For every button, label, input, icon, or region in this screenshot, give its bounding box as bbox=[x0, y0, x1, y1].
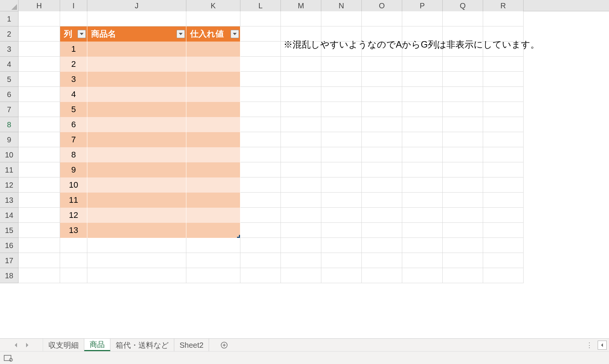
cell-P7[interactable] bbox=[402, 102, 443, 117]
cell-K15[interactable] bbox=[186, 223, 240, 238]
cell-Q13[interactable] bbox=[443, 193, 483, 208]
cell-J18[interactable] bbox=[87, 268, 186, 283]
column-header-Q[interactable]: Q bbox=[443, 0, 483, 11]
row-header-17[interactable]: 17 bbox=[0, 253, 19, 268]
cell-N18[interactable] bbox=[321, 268, 362, 283]
cell-I13[interactable]: 11 bbox=[60, 193, 87, 208]
cell-R6[interactable] bbox=[483, 87, 524, 102]
cell-O14[interactable] bbox=[362, 208, 402, 223]
row-header-13[interactable]: 13 bbox=[0, 193, 19, 208]
cell-J8[interactable] bbox=[87, 117, 186, 132]
cell-P15[interactable] bbox=[402, 223, 443, 238]
cell-J11[interactable] bbox=[87, 162, 186, 177]
cell-O9[interactable] bbox=[362, 132, 402, 147]
cell-N5[interactable] bbox=[321, 72, 362, 87]
cell-Q12[interactable] bbox=[443, 177, 483, 193]
cell-P1[interactable] bbox=[402, 11, 443, 26]
cell-M6[interactable] bbox=[281, 87, 321, 102]
cell-M1[interactable] bbox=[281, 11, 321, 26]
row-header-9[interactable]: 9 bbox=[0, 132, 19, 147]
cell-P12[interactable] bbox=[402, 177, 443, 193]
row-header-5[interactable]: 5 bbox=[0, 72, 19, 87]
cell-M18[interactable] bbox=[281, 268, 321, 283]
cell-N15[interactable] bbox=[321, 223, 362, 238]
cell-J9[interactable] bbox=[87, 132, 186, 147]
cell-L14[interactable] bbox=[240, 208, 281, 223]
cell-R15[interactable] bbox=[483, 223, 524, 238]
cell-J6[interactable] bbox=[87, 87, 186, 102]
row-header-12[interactable]: 12 bbox=[0, 177, 19, 193]
sheet-tab-0[interactable]: 収支明細 bbox=[43, 339, 84, 351]
cell-Q14[interactable] bbox=[443, 208, 483, 223]
filter-dropdown-button[interactable] bbox=[177, 30, 185, 38]
cell-H3[interactable] bbox=[19, 42, 60, 57]
row-header-1[interactable]: 1 bbox=[0, 11, 19, 26]
cell-H13[interactable] bbox=[19, 193, 60, 208]
cell-H17[interactable] bbox=[19, 253, 60, 268]
cell-K18[interactable] bbox=[186, 268, 240, 283]
cell-I8[interactable]: 6 bbox=[60, 117, 87, 132]
cell-L8[interactable] bbox=[240, 117, 281, 132]
cell-M9[interactable] bbox=[281, 132, 321, 147]
column-header-M[interactable]: M bbox=[281, 0, 321, 11]
cell-I5[interactable]: 3 bbox=[60, 72, 87, 87]
cell-J17[interactable] bbox=[87, 253, 186, 268]
cell-L3[interactable] bbox=[240, 42, 281, 57]
cell-N14[interactable] bbox=[321, 208, 362, 223]
sheet-tab-3[interactable]: Sheet2 bbox=[174, 339, 209, 351]
cell-K7[interactable] bbox=[186, 102, 240, 117]
cell-P11[interactable] bbox=[402, 162, 443, 177]
cell-L11[interactable] bbox=[240, 162, 281, 177]
cell-P4[interactable] bbox=[402, 57, 443, 72]
cell-H5[interactable] bbox=[19, 72, 60, 87]
cell-P6[interactable] bbox=[402, 87, 443, 102]
cell-L7[interactable] bbox=[240, 102, 281, 117]
cell-K14[interactable] bbox=[186, 208, 240, 223]
sheet-tab-1[interactable]: 商品 bbox=[84, 339, 110, 351]
cell-J12[interactable] bbox=[87, 177, 186, 193]
cell-H2[interactable] bbox=[19, 26, 60, 42]
cell-L17[interactable] bbox=[240, 253, 281, 268]
cell-I7[interactable]: 5 bbox=[60, 102, 87, 117]
cell-L2[interactable] bbox=[240, 26, 281, 42]
cell-O8[interactable] bbox=[362, 117, 402, 132]
cell-J14[interactable] bbox=[87, 208, 186, 223]
cell-J5[interactable] bbox=[87, 72, 186, 87]
cell-N4[interactable] bbox=[321, 57, 362, 72]
cell-H7[interactable] bbox=[19, 102, 60, 117]
cell-K16[interactable] bbox=[186, 238, 240, 253]
cell-Q11[interactable] bbox=[443, 162, 483, 177]
row-header-6[interactable]: 6 bbox=[0, 87, 19, 102]
cell-Q16[interactable] bbox=[443, 238, 483, 253]
cell-M8[interactable] bbox=[281, 117, 321, 132]
cell-K10[interactable] bbox=[186, 147, 240, 162]
cell-P14[interactable] bbox=[402, 208, 443, 223]
cell-R7[interactable] bbox=[483, 102, 524, 117]
sheet-nav-buttons[interactable] bbox=[0, 339, 43, 351]
column-header-P[interactable]: P bbox=[402, 0, 443, 11]
filter-dropdown-button[interactable] bbox=[77, 30, 86, 38]
cell-K4[interactable] bbox=[186, 57, 240, 72]
row-header-16[interactable]: 16 bbox=[0, 238, 19, 253]
cell-Q5[interactable] bbox=[443, 72, 483, 87]
row-header-2[interactable]: 2 bbox=[0, 26, 19, 42]
cell-L9[interactable] bbox=[240, 132, 281, 147]
cell-H18[interactable] bbox=[19, 268, 60, 283]
cell-M13[interactable] bbox=[281, 193, 321, 208]
cell-O13[interactable] bbox=[362, 193, 402, 208]
cell-J1[interactable] bbox=[87, 11, 186, 26]
cell-Q10[interactable] bbox=[443, 147, 483, 162]
cell-Q7[interactable] bbox=[443, 102, 483, 117]
cell-P9[interactable] bbox=[402, 132, 443, 147]
filter-dropdown-button[interactable] bbox=[231, 30, 239, 38]
cell-H14[interactable] bbox=[19, 208, 60, 223]
cell-M14[interactable] bbox=[281, 208, 321, 223]
cell-O16[interactable] bbox=[362, 238, 402, 253]
cell-R5[interactable] bbox=[483, 72, 524, 87]
cell-H9[interactable] bbox=[19, 132, 60, 147]
cell-J2[interactable]: 商品名 bbox=[87, 26, 186, 42]
cell-J4[interactable] bbox=[87, 57, 186, 72]
cell-H12[interactable] bbox=[19, 177, 60, 193]
row-header-14[interactable]: 14 bbox=[0, 208, 19, 223]
cell-K17[interactable] bbox=[186, 253, 240, 268]
